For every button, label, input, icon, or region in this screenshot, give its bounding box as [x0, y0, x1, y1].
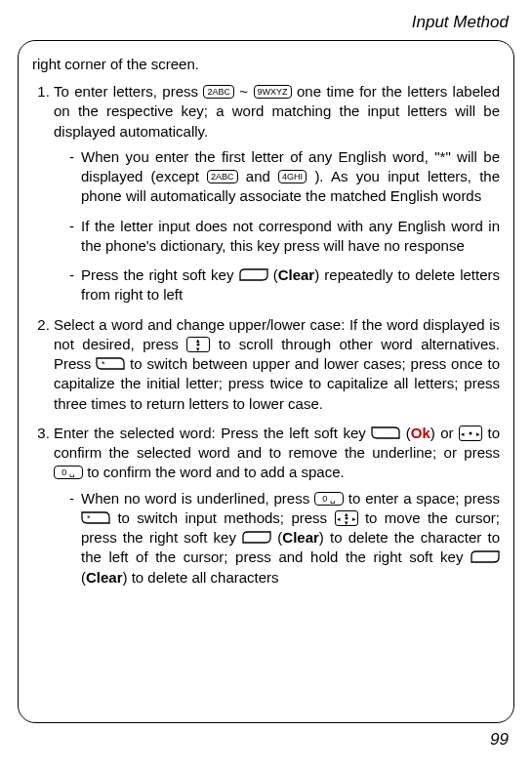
- page: Input Method right corner of the screen.…: [0, 0, 532, 771]
- left-soft-key-icon: [371, 426, 400, 440]
- list-item-1: To enter letters, press 2ABC ~ 9WXYZ one…: [54, 82, 500, 305]
- key-0-space-icon: 0 ␣: [314, 492, 344, 506]
- key-2abc-icon: 2ABC: [203, 85, 234, 99]
- star-key-icon: *: [81, 511, 110, 525]
- list-item-2: Select a word and change upper/lower cas…: [54, 315, 500, 414]
- content-frame: right corner of the screen. To enter let…: [18, 40, 514, 723]
- sub-item: When you enter the first letter of any E…: [69, 147, 500, 207]
- text: Enter the selected word: Press the left …: [54, 425, 371, 441]
- svg-text:*: *: [102, 359, 105, 369]
- text: If the letter input does not correspond …: [81, 218, 500, 254]
- sublist-1: When you enter the first letter of any E…: [54, 147, 500, 305]
- clear-label: Clear: [282, 529, 319, 546]
- text: to confirm the word and to add a space.: [87, 464, 345, 480]
- text: ~: [239, 83, 253, 100]
- nav-key-icon: ▴▾◂▸: [335, 510, 358, 526]
- text: to enter a space; press: [348, 490, 500, 507]
- sublist-3: When no word is underlined, press 0 ␣ to…: [54, 489, 500, 588]
- key-9wxyz-icon: 9WXYZ: [254, 85, 292, 99]
- nav-key-icon: ◂▸: [459, 426, 482, 441]
- sub-item: If the letter input does not correspond …: [69, 217, 500, 257]
- text: ) or: [430, 425, 459, 441]
- right-soft-key-icon: [471, 550, 500, 564]
- lead-fragment: right corner of the screen.: [32, 55, 500, 74]
- clear-label: Clear: [278, 266, 315, 283]
- right-soft-key-icon: [242, 531, 271, 545]
- text: to switch input methods; press: [117, 509, 334, 526]
- nav-key-icon: ▴▾: [186, 337, 210, 352]
- key-2abc-icon: 2ABC: [207, 170, 238, 183]
- key-0-space-icon: 0 ␣: [54, 466, 83, 479]
- key-4ghi-icon: 4GHI: [278, 170, 307, 183]
- ok-label: Ok: [411, 425, 430, 441]
- page-number: 99: [18, 729, 514, 751]
- main-list: To enter letters, press 2ABC ~ 9WXYZ one…: [32, 82, 500, 588]
- text: Press the right soft key: [81, 266, 239, 283]
- text: and: [246, 168, 278, 184]
- right-soft-key-icon: [239, 268, 268, 282]
- list-item-3: Enter the selected word: Press the left …: [54, 424, 500, 588]
- sub-item: When no word is underlined, press 0 ␣ to…: [69, 489, 500, 588]
- text: When no word is underlined, press: [81, 490, 314, 507]
- page-header: Input Method: [18, 12, 514, 34]
- sub-item: Press the right soft key (Clear) repeate…: [69, 265, 500, 305]
- clear-label: Clear: [86, 569, 123, 586]
- text: ) to delete all characters: [123, 569, 279, 586]
- text: To enter letters, press: [54, 83, 203, 100]
- svg-text:*: *: [87, 513, 91, 523]
- star-key-icon: *: [96, 357, 125, 371]
